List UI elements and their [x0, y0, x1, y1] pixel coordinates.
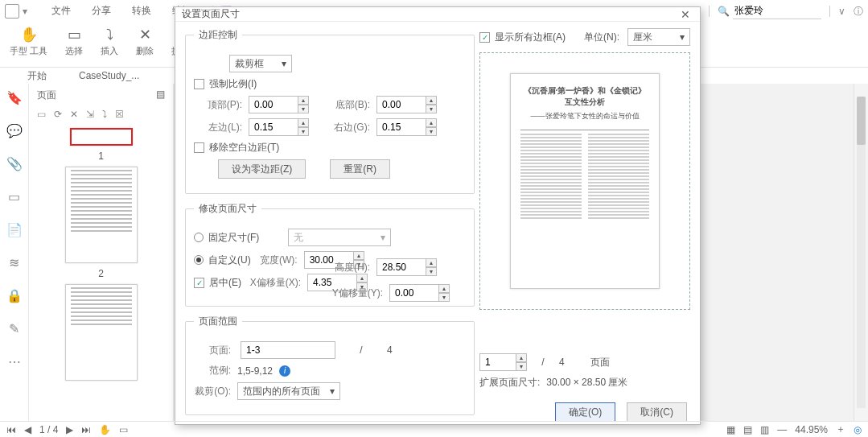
preview-page-input[interactable]	[479, 353, 516, 371]
zero-margin-button[interactable]: 设为零边距(Z)	[218, 159, 306, 179]
right-label: 右边(G):	[322, 121, 370, 134]
spin-down[interactable]: ▾	[426, 267, 437, 276]
preview-sub: ——张爱玲笔下女性的命运与价值	[531, 111, 640, 122]
layout-icon[interactable]: ▤	[743, 424, 752, 435]
force-ratio-checkbox[interactable]: 强制比例(I)	[194, 77, 257, 91]
more-icon[interactable]: ⋯	[8, 354, 21, 369]
panel-ico[interactable]: ☒	[115, 109, 124, 120]
spin-down[interactable]: ▾	[516, 362, 527, 371]
size-legend: 修改页面尺寸	[194, 202, 261, 216]
attach-icon[interactable]: 📎	[6, 156, 23, 171]
ok-button[interactable]: 确定(O)	[555, 402, 615, 422]
thumb-1[interactable]	[70, 128, 133, 146]
pages-icon[interactable]: 📄	[6, 222, 23, 237]
search-input[interactable]	[733, 4, 821, 19]
label: 显示所有边框(A)	[495, 31, 566, 44]
spin-up[interactable]: ▴	[426, 118, 437, 127]
chevron-down-icon: ▾	[680, 31, 685, 43]
top-input[interactable]	[249, 96, 298, 113]
panel-ico[interactable]: ⟳	[54, 109, 62, 120]
reset-button[interactable]: 重置(R)	[330, 159, 390, 179]
menu-file[interactable]: 文件	[48, 2, 74, 22]
tab-doc[interactable]: CaseStudy_...	[74, 68, 144, 83]
zoom-value: 44.95%	[795, 424, 828, 435]
show-all-borders-checkbox[interactable]: ✓显示所有边框(A)	[479, 31, 566, 44]
fixed-size-radio[interactable]: 固定尺寸(F)	[194, 231, 259, 245]
zoom-out-icon[interactable]: —	[777, 424, 787, 435]
panel-ico[interactable]: ⇲	[86, 109, 94, 120]
ext-value: 30.00 × 28.50 厘米	[546, 376, 627, 390]
select-icon[interactable]: ▭	[119, 424, 128, 435]
spin-down[interactable]: ▾	[298, 105, 309, 113]
help-icon[interactable]: ⓘ	[854, 5, 863, 19]
tool-select[interactable]: ▭选择	[62, 24, 86, 59]
chat-icon[interactable]: 💬	[6, 123, 23, 138]
range-legend: 页面范围	[194, 315, 242, 328]
bookmark-icon[interactable]: 🔖	[6, 90, 23, 105]
spin-up[interactable]: ▴	[298, 96, 309, 105]
menu-convert[interactable]: 转换	[129, 2, 154, 22]
tool-label: 选择	[65, 45, 83, 57]
spin-up[interactable]: ▴	[426, 258, 437, 267]
label: 无	[294, 231, 303, 245]
layout-icon[interactable]: ▥	[760, 424, 769, 435]
tool-delete[interactable]: ✕删除	[133, 24, 157, 59]
thumb-2[interactable]	[65, 167, 138, 263]
thumb-3[interactable]	[65, 284, 138, 381]
zoom-in-icon[interactable]: ＋	[836, 423, 845, 436]
label: 厘米	[633, 31, 652, 44]
panel-menu-icon[interactable]: ▤	[156, 89, 165, 102]
chevron-down-icon: ▾	[381, 232, 385, 243]
next-page-icon[interactable]: ▶	[66, 424, 73, 435]
tool-insert[interactable]: ⤵插入	[97, 24, 121, 59]
vertical-scrollbar[interactable]	[854, 84, 868, 421]
pages-input[interactable]	[241, 341, 335, 359]
center-checkbox[interactable]: ✓居中(E)	[194, 276, 241, 290]
crop-select[interactable]: 裁剪框▾	[229, 55, 292, 72]
fixed-size-select[interactable]: 无▾	[288, 229, 391, 246]
bottom-input[interactable]	[376, 96, 426, 113]
tool-hand[interactable]: ✋手型 工具	[6, 24, 51, 59]
spin-down[interactable]: ▾	[426, 105, 437, 113]
sign-icon[interactable]: ✎	[9, 321, 19, 336]
right-input[interactable]	[376, 118, 426, 136]
panel-ico[interactable]: ⤵	[102, 109, 107, 120]
custom-size-radio[interactable]: 自定义(U)	[194, 254, 251, 267]
spin-down[interactable]: ▾	[426, 127, 437, 136]
close-icon[interactable]: ✕	[677, 8, 693, 21]
panel-ico[interactable]: ▭	[37, 109, 46, 120]
preview-total: 4	[559, 357, 565, 368]
left-input[interactable]	[249, 118, 298, 136]
last-page-icon[interactable]: ⏭	[81, 424, 91, 435]
fit-icon[interactable]: ◎	[854, 424, 862, 435]
spin-down[interactable]: ▾	[298, 127, 309, 136]
remove-blank-checkbox[interactable]: 移除空白边距(T)	[194, 141, 279, 155]
chevron-down-icon: ▾	[330, 385, 335, 397]
hand-icon[interactable]: ✋	[99, 424, 111, 435]
unit-select[interactable]: 厘米▾	[627, 28, 690, 46]
spin-up[interactable]: ▴	[426, 96, 437, 105]
info-icon[interactable]: i	[279, 365, 290, 377]
first-page-icon[interactable]: ⏮	[6, 424, 16, 435]
cancel-button[interactable]: 取消(C)	[627, 402, 687, 422]
spin-down[interactable]: ▾	[438, 293, 450, 302]
height-input[interactable]	[376, 258, 426, 276]
spin-up[interactable]: ▴	[438, 284, 450, 293]
prev-page-icon[interactable]: ◀	[24, 424, 31, 435]
panel-ico[interactable]: ✕	[70, 109, 78, 120]
yoff-input[interactable]	[389, 284, 439, 302]
spin-up[interactable]: ▴	[298, 118, 309, 127]
chevron-down-icon[interactable]: ▾	[23, 6, 27, 17]
chevron-down-icon[interactable]: ∨	[838, 6, 845, 17]
tab-start[interactable]: 开始	[23, 68, 51, 85]
width-label: 宽度(W):	[257, 254, 298, 267]
crop-scope-select[interactable]: 范围内的所有页面▾	[237, 382, 340, 400]
lock-icon[interactable]: 🔒	[6, 288, 23, 303]
menu-share[interactable]: 分享	[88, 2, 114, 22]
layout-icon[interactable]: ▦	[726, 424, 735, 435]
tool-label: 删除	[136, 45, 154, 57]
spin-up[interactable]: ▴	[516, 353, 527, 362]
layers-icon[interactable]: ≋	[9, 255, 19, 270]
example-value: 1,5-9,12	[237, 365, 273, 377]
field-icon[interactable]: ▭	[8, 189, 20, 204]
